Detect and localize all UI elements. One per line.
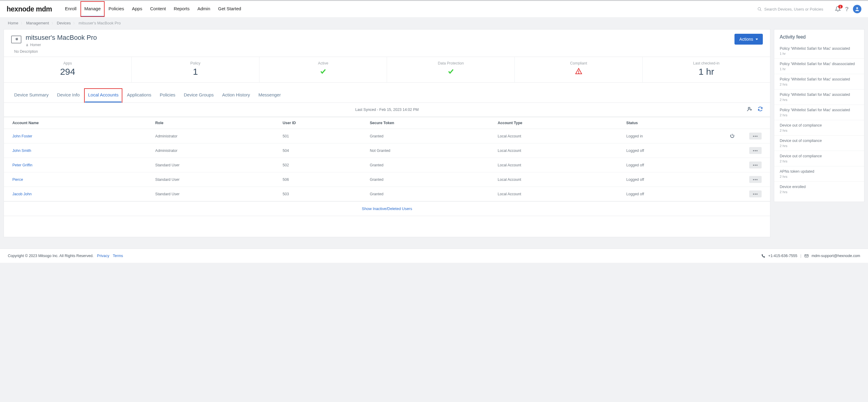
stat-label: Compliant xyxy=(515,61,642,65)
account-name-link[interactable]: John Foster xyxy=(4,129,150,144)
top-header: hexnode mdm EnrollManagePoliciesAppsCont… xyxy=(0,1,868,17)
chevron-down-icon xyxy=(755,38,758,40)
column-header[interactable]: Role xyxy=(150,117,277,129)
main-nav: EnrollManagePoliciesAppsContentReportsAd… xyxy=(61,1,245,17)
more-button[interactable]: ••• xyxy=(749,147,762,154)
column-header[interactable]: Account Name xyxy=(4,117,150,129)
tab-device-groups[interactable]: Device Groups xyxy=(181,89,217,102)
check-icon xyxy=(447,68,455,75)
more-button[interactable]: ••• xyxy=(749,190,762,197)
device-stats: Apps294Policy1ActiveData ProtectionCompl… xyxy=(4,57,770,83)
table-row: John FosterAdministrator501GrantedLocal … xyxy=(4,129,770,144)
column-header[interactable]: User ID xyxy=(277,117,364,129)
breadcrumb-separator: 〉 xyxy=(73,22,76,25)
activity-item[interactable]: Device out of compliance2 hrs xyxy=(774,135,864,151)
stat-data-protection[interactable]: Data Protection xyxy=(387,57,515,82)
footer-link-privacy[interactable]: Privacy xyxy=(97,254,110,258)
tab-messenger[interactable]: Messenger xyxy=(255,89,284,102)
phone-icon xyxy=(761,254,765,258)
cell-atype: Local Account xyxy=(492,158,621,173)
activity-title: Policy 'Whitelist Safari for Mac' associ… xyxy=(780,77,859,81)
stat-value xyxy=(259,67,387,77)
tab-applications[interactable]: Applications xyxy=(124,89,154,102)
activity-item[interactable]: Policy 'Whitelist Safari for Mac' associ… xyxy=(774,90,864,105)
add-user-button[interactable] xyxy=(747,106,752,113)
svg-line-1 xyxy=(760,10,761,10)
activity-item[interactable]: Policy 'Whitelist Safari for Mac' disass… xyxy=(774,59,864,74)
show-inactive-link[interactable]: Show Inactive/Deleted Users xyxy=(4,202,770,216)
nav-item-content[interactable]: Content xyxy=(146,1,170,17)
breadcrumb-item[interactable]: Management xyxy=(26,21,49,25)
cell-uid: 504 xyxy=(277,144,364,158)
tab-local-accounts[interactable]: Local Accounts xyxy=(85,89,121,102)
search-input[interactable] xyxy=(764,7,831,11)
notifications-button[interactable]: 1 xyxy=(835,6,841,12)
nav-item-policies[interactable]: Policies xyxy=(104,1,128,17)
actions-button[interactable]: Actions xyxy=(735,34,763,44)
more-button[interactable]: ••• xyxy=(749,132,762,140)
account-name-link[interactable]: John Smith xyxy=(4,144,150,158)
stat-value xyxy=(515,67,642,77)
cell-power xyxy=(724,187,743,201)
stat-apps[interactable]: Apps294 xyxy=(4,57,132,82)
power-icon xyxy=(730,133,735,138)
cell-role: Standard User xyxy=(150,187,277,201)
avatar-button[interactable] xyxy=(853,5,861,13)
nav-item-reports[interactable]: Reports xyxy=(170,1,193,17)
stat-active[interactable]: Active xyxy=(259,57,387,82)
footer-link-terms[interactable]: Terms xyxy=(113,254,123,258)
column-header[interactable]: Secure Token xyxy=(364,117,492,129)
help-button[interactable]: ? xyxy=(845,6,849,13)
activity-item[interactable]: Policy 'Whitelist Safari for Mac' associ… xyxy=(774,43,864,59)
nav-item-manage[interactable]: Manage xyxy=(81,1,104,17)
logo: hexnode mdm xyxy=(7,5,52,13)
activity-title: Policy 'Whitelist Safari for Mac' associ… xyxy=(780,108,859,112)
column-header[interactable]: Status xyxy=(621,117,724,129)
cell-atype: Local Account xyxy=(492,144,621,158)
activity-item[interactable]: Device out of compliance2 hrs xyxy=(774,120,864,135)
blank-space xyxy=(4,216,770,237)
footer: Copyright © 2023 Mitsogo Inc. All Rights… xyxy=(0,249,868,263)
activity-item[interactable]: Device enrolled2 hrs xyxy=(774,182,864,197)
warning-icon xyxy=(575,67,583,75)
nav-item-admin[interactable]: Admin xyxy=(193,1,214,17)
nav-item-enroll[interactable]: Enroll xyxy=(61,1,80,17)
tab-device-summary[interactable]: Device Summary xyxy=(11,89,52,102)
cell-actions: ••• xyxy=(743,129,770,144)
activity-time: 2 hrs xyxy=(780,83,859,86)
activity-title: Device out of compliance xyxy=(780,123,859,127)
stat-compliant[interactable]: Compliant xyxy=(515,57,643,82)
header-search[interactable] xyxy=(757,7,831,11)
nav-item-get-started[interactable]: Get Started xyxy=(214,1,245,17)
svg-point-5 xyxy=(578,73,579,73)
activity-title: Device out of compliance xyxy=(780,138,859,143)
cell-role: Standard User xyxy=(150,158,277,173)
more-button[interactable]: ••• xyxy=(749,161,762,168)
nav-item-apps[interactable]: Apps xyxy=(128,1,146,17)
cell-actions: ••• xyxy=(743,173,770,187)
more-button[interactable]: ••• xyxy=(749,176,762,183)
breadcrumb-item[interactable]: Devices xyxy=(57,21,71,25)
accounts-table: Account NameRoleUser IDSecure TokenAccou… xyxy=(4,117,770,201)
account-name-link[interactable]: Peter Griffin xyxy=(4,158,150,173)
tab-policies[interactable]: Policies xyxy=(157,89,179,102)
stat-policy[interactable]: Policy1 xyxy=(132,57,259,82)
breadcrumb-separator: 〉 xyxy=(21,22,24,25)
refresh-button[interactable] xyxy=(758,106,763,113)
account-name-link[interactable]: Pierce xyxy=(4,173,150,187)
tab-action-history[interactable]: Action History xyxy=(219,89,253,102)
power-button[interactable] xyxy=(730,135,735,139)
cell-token: Granted xyxy=(364,173,492,187)
activity-item[interactable]: Device out of compliance2 hrs xyxy=(774,151,864,166)
activity-time: 2 hrs xyxy=(780,144,859,148)
breadcrumb-item[interactable]: Home xyxy=(8,21,19,25)
account-name-link[interactable]: Jacob John xyxy=(4,187,150,201)
device-description: No Description xyxy=(14,50,97,54)
activity-item[interactable]: Policy 'Whitelist Safari for Mac' associ… xyxy=(774,74,864,90)
column-header[interactable]: Account Type xyxy=(492,117,621,129)
stat-last-checked-in[interactable]: Last checked-in1 hr xyxy=(643,57,770,82)
cell-uid: 501 xyxy=(277,129,364,144)
activity-item[interactable]: Policy 'Whitelist Safari for Mac' associ… xyxy=(774,105,864,120)
activity-item[interactable]: APNs token updated2 hrs xyxy=(774,166,864,182)
tab-device-info[interactable]: Device Info xyxy=(54,89,83,102)
